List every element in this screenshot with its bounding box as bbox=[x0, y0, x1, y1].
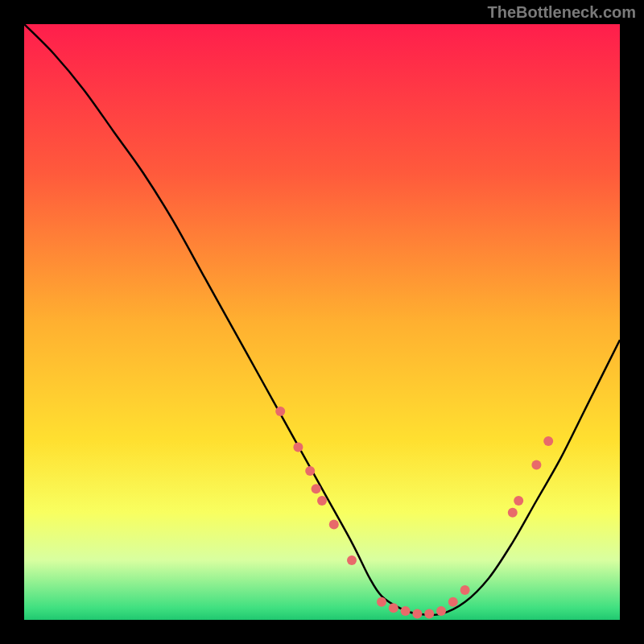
data-marker bbox=[275, 407, 285, 416]
data-marker bbox=[514, 496, 523, 506]
data-marker bbox=[293, 442, 303, 452]
bottleneck-curve bbox=[24, 24, 620, 620]
data-marker bbox=[305, 466, 315, 476]
data-marker bbox=[448, 597, 458, 607]
data-marker bbox=[347, 555, 357, 565]
data-marker bbox=[531, 460, 541, 470]
data-marker bbox=[508, 508, 518, 518]
chart-plot-area bbox=[24, 24, 620, 620]
data-marker bbox=[329, 520, 339, 530]
data-marker bbox=[436, 606, 446, 616]
data-marker bbox=[389, 603, 398, 613]
data-marker bbox=[424, 609, 434, 619]
data-marker bbox=[401, 606, 411, 616]
data-marker bbox=[312, 484, 321, 493]
data-marker bbox=[543, 436, 553, 446]
data-marker bbox=[377, 597, 386, 607]
attribution-text: TheBottleneck.com bbox=[488, 3, 636, 22]
data-marker bbox=[460, 585, 470, 595]
data-marker bbox=[317, 496, 327, 506]
data-marker bbox=[412, 609, 422, 619]
